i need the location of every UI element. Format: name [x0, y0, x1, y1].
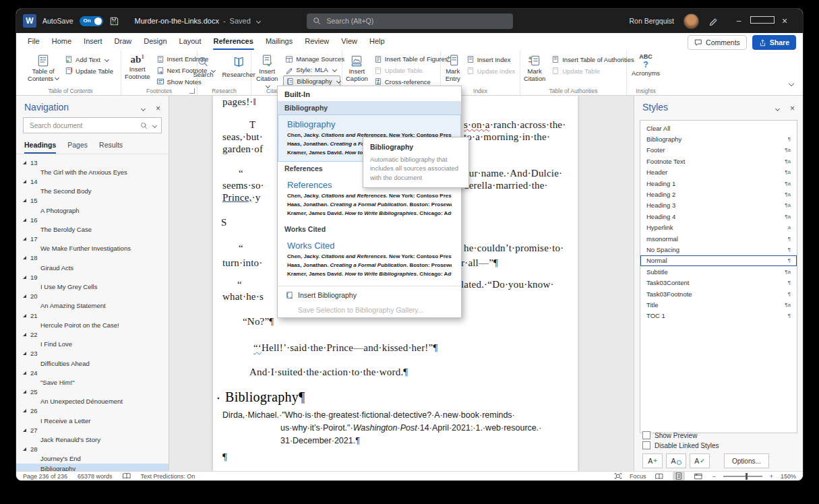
expand-triangle-icon[interactable] — [23, 199, 26, 202]
navigation-tab[interactable]: Results — [99, 139, 123, 154]
style-item[interactable]: Task03Footnote ¶ — [640, 288, 797, 299]
heading-item[interactable]: We Make Further Investigations — [16, 244, 169, 253]
insert-footnote-button[interactable]: ab1 InsertFootnote — [123, 53, 152, 87]
heading-item[interactable]: 17 — [16, 234, 169, 244]
zoom-level[interactable]: 150% — [781, 473, 796, 480]
expand-triangle-icon[interactable] — [23, 390, 26, 393]
collapse-ribbon-button[interactable] — [787, 77, 793, 90]
heading-item[interactable]: Journey's End — [16, 454, 169, 464]
read-mode-view-button[interactable] — [653, 472, 665, 480]
style-item[interactable]: Title ¶a — [640, 299, 797, 310]
style-item[interactable]: TOC 1 ¶ — [640, 311, 797, 321]
ribbon-tab[interactable]: Insert — [78, 33, 109, 51]
expand-triangle-icon[interactable] — [23, 314, 26, 317]
heading-item[interactable]: The Girl with the Anxious Eyes — [16, 167, 169, 177]
style-item[interactable]: Footer ¶a — [640, 145, 797, 156]
chevron-down-icon[interactable] — [152, 123, 157, 127]
ribbon-tab[interactable]: File — [22, 33, 46, 51]
insert-bibliography-menu-item[interactable]: Insert Bibliography — [278, 288, 461, 303]
pane-options-chevron-icon[interactable] — [141, 106, 146, 111]
word-app-icon[interactable]: W — [23, 14, 36, 28]
style-item[interactable]: Heading 2 ¶a — [640, 189, 797, 199]
heading-item[interactable]: 28 — [16, 445, 169, 454]
ribbon-tab[interactable]: References — [208, 33, 260, 51]
manage-sources-button[interactable]: Manage Sources — [283, 54, 340, 64]
word-count[interactable]: 65378 words — [78, 473, 113, 480]
heading-item[interactable]: The Beroldy Case — [16, 224, 169, 234]
pen-mode-icon[interactable] — [708, 16, 718, 26]
search-ribbon-button[interactable]: Search — [189, 53, 216, 87]
avatar[interactable] — [684, 13, 699, 29]
navigation-tab[interactable]: Headings — [24, 139, 56, 154]
ribbon-tab[interactable]: View — [335, 33, 363, 51]
navigation-tab[interactable]: Pages — [67, 139, 88, 154]
heading-item[interactable]: Difficulties Ahead — [16, 358, 169, 368]
style-inspector-button[interactable]: A — [666, 453, 686, 468]
heading-item[interactable]: I Receive a Letter — [16, 416, 169, 425]
share-button[interactable]: Share — [752, 35, 796, 50]
show-preview-checkbox[interactable]: Show Preview — [642, 431, 795, 439]
ribbon-tab[interactable]: Review — [299, 33, 335, 51]
insert-table-of-figures-button[interactable]: Insert Table of Figures — [372, 54, 439, 65]
ribbon-tab[interactable]: Design — [138, 33, 173, 51]
style-item[interactable]: Hyperlink a — [640, 222, 797, 233]
heading-item[interactable]: An Amazing Statement — [16, 301, 169, 311]
insert-index-button[interactable]: Insert Index — [464, 54, 518, 65]
heading-item[interactable]: A Photograph — [16, 206, 169, 215]
document-search-box[interactable] — [23, 117, 162, 133]
heading-item[interactable]: I Find Love — [16, 340, 169, 349]
heading-item[interactable]: Jack Renauld's Story — [16, 435, 169, 444]
heading-item[interactable]: "Save Him!" — [16, 377, 169, 387]
ribbon-tab[interactable]: Help — [363, 33, 391, 51]
heading-item[interactable]: An Unexpected Dénouement — [16, 397, 169, 406]
heading-item[interactable]: 18 — [16, 253, 169, 263]
focus-button[interactable]: Focus — [630, 473, 646, 480]
close-pane-button[interactable]: × — [156, 104, 160, 113]
heading-item[interactable]: Giraud Acts — [16, 263, 169, 272]
update-table-button[interactable]: Update Table — [63, 65, 115, 76]
heading-item[interactable]: I Use My Grey Cells — [16, 282, 169, 291]
print-layout-view-button[interactable] — [673, 472, 685, 480]
comments-button[interactable]: Comments — [688, 35, 747, 50]
text-predictions-status[interactable]: Text Predictions: On — [141, 473, 195, 480]
heading-item[interactable]: 15 — [16, 196, 169, 206]
expand-triangle-icon[interactable] — [23, 256, 26, 259]
zoom-in-button[interactable]: + — [770, 473, 773, 480]
expand-triangle-icon[interactable] — [23, 409, 26, 412]
mark-citation-button[interactable]: MarkCitation — [522, 53, 547, 87]
heading-item[interactable]: 25 — [16, 387, 169, 397]
ribbon-tab[interactable]: Mailings — [260, 33, 299, 51]
search-bar[interactable] — [307, 13, 513, 29]
close-button[interactable]: × — [773, 15, 796, 26]
expand-triangle-icon[interactable] — [23, 161, 26, 164]
expand-triangle-icon[interactable] — [23, 429, 26, 432]
style-item[interactable]: Clear All — [640, 123, 797, 133]
acronyms-button[interactable]: ABC? Acronyms — [630, 53, 662, 87]
insert-citation-button[interactable]: InsertCitation — [253, 53, 281, 87]
style-item[interactable]: Header ¶a — [640, 167, 797, 178]
expand-triangle-icon[interactable] — [23, 218, 26, 222]
pane-options-chevron-icon[interactable] — [775, 106, 780, 111]
gallery-item-works-cited[interactable]: Works Cited Chen, Jacky. Citations and R… — [278, 236, 461, 283]
expand-triangle-icon[interactable] — [23, 294, 26, 298]
zoom-out-button[interactable]: − — [712, 473, 715, 480]
expand-triangle-icon[interactable] — [23, 333, 26, 336]
restore-button[interactable] — [750, 16, 773, 26]
style-item[interactable]: Task03Content ¶ — [640, 277, 797, 288]
heading-item[interactable]: 21 — [16, 311, 169, 320]
style-item[interactable]: Subtitle ¶a — [640, 266, 797, 277]
mark-entry-button[interactable]: MarkEntry — [444, 53, 462, 87]
insert-table-of-authorities-button[interactable]: Insert Table of Authorities — [549, 54, 625, 65]
expand-triangle-icon[interactable] — [23, 447, 26, 451]
heading-item[interactable]: 14 — [16, 177, 169, 186]
zoom-slider[interactable] — [723, 476, 762, 477]
heading-item[interactable]: Hercule Poirot on the Case! — [16, 320, 169, 329]
minimize-button[interactable]: – — [727, 16, 750, 26]
style-item[interactable]: Bibliography ¶ — [640, 133, 797, 144]
heading-item[interactable]: 16 — [16, 215, 169, 224]
proofing-status-icon[interactable] — [123, 472, 131, 480]
heading-item[interactable]: 20 — [16, 292, 169, 301]
heading-item[interactable]: 22 — [16, 329, 169, 339]
ribbon-tab[interactable]: Draw — [109, 33, 138, 51]
web-layout-view-button[interactable] — [692, 472, 704, 480]
